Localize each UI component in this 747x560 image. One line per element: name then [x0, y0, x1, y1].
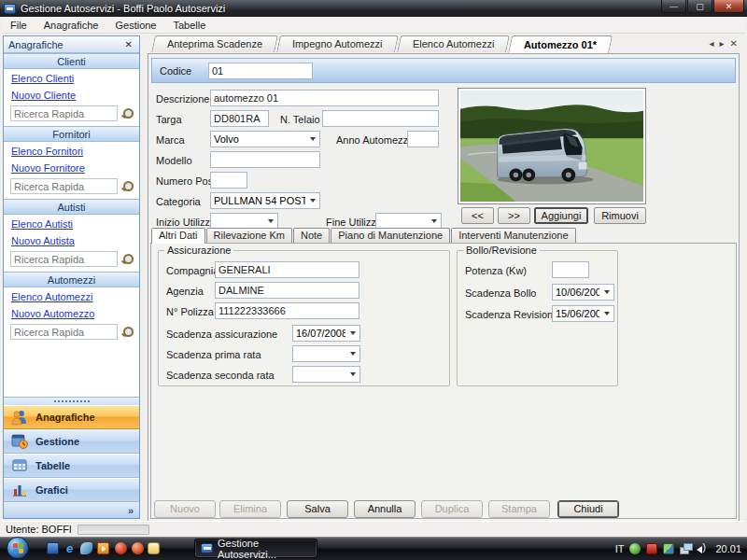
subtab-interventi-manutenzione[interactable]: Interventi Manutenzione	[451, 228, 575, 243]
compagnia-field[interactable]	[215, 261, 359, 278]
messenger-icon[interactable]	[148, 542, 160, 554]
potenza-field[interactable]	[552, 261, 589, 278]
descrizione-field[interactable]	[210, 90, 439, 106]
tab-scroll-right-icon[interactable]: ▸	[720, 38, 725, 49]
media-center-icon[interactable]	[80, 542, 92, 554]
sidebar-nav-gestione[interactable]: Gestione	[4, 429, 139, 454]
categoria-label: Categoria	[156, 196, 201, 207]
scadenza-bollo-combobox[interactable]: 10/06/2008	[552, 284, 614, 301]
antivirus-shield-icon[interactable]	[629, 543, 641, 554]
nuovo-button[interactable]: Nuovo	[154, 500, 216, 518]
close-button[interactable]: ✕	[713, 0, 744, 13]
photo-prev-button[interactable]: <<	[461, 207, 494, 224]
menu-gestione[interactable]: Gestione	[106, 18, 164, 33]
search-clienti-input[interactable]	[10, 105, 118, 121]
language-indicator[interactable]: IT	[615, 543, 625, 554]
link-elenco-fornitori[interactable]: Elenco Fornitori	[4, 142, 139, 159]
photo-next-button[interactable]: >>	[498, 207, 530, 224]
dropdown-arrow-icon[interactable]	[599, 306, 613, 321]
search-fornitori-input[interactable]	[10, 178, 118, 194]
scadenza-revisione-combobox[interactable]: 15/06/2008	[552, 305, 614, 322]
dropdown-arrow-icon[interactable]	[427, 214, 441, 229]
link-elenco-clienti[interactable]: Elenco Clienti	[4, 69, 139, 86]
show-desktop-icon[interactable]	[47, 542, 59, 554]
dropdown-arrow-icon[interactable]	[345, 346, 359, 361]
sidebar-anagrafiche-panel: Anagrafiche ✕ Clienti Elenco Clienti Nuo…	[3, 35, 140, 519]
taskbar-app-button[interactable]: Gestione Autoservizi...	[194, 539, 317, 558]
start-button[interactable]	[7, 537, 29, 559]
quicklaunch-app-icon-1[interactable]	[115, 542, 127, 554]
people-icon	[10, 409, 29, 426]
tab-impegno-automezzi[interactable]: Impegno Automezzi	[276, 35, 398, 52]
scadenza-seconda-rata-combobox[interactable]	[292, 366, 360, 383]
tab-anteprima-scadenze[interactable]: Anteprima Scadenze	[151, 35, 278, 52]
tab-automezzo-01[interactable]: Automezzo 01*	[508, 35, 613, 54]
menu-anagrafiche[interactable]: Anagrafiche	[35, 18, 107, 33]
sidebar-nav-tabelle[interactable]: Tabelle	[4, 454, 139, 478]
polizza-field[interactable]	[215, 302, 359, 319]
stampa-button[interactable]: Stampa	[488, 500, 550, 518]
search-automezzi-input[interactable]	[10, 324, 118, 340]
dropdown-arrow-icon[interactable]	[305, 193, 319, 208]
posti-field[interactable]	[210, 172, 247, 189]
duplica-button[interactable]: Duplica	[421, 500, 483, 518]
photo-add-button[interactable]: Aggiungi	[534, 207, 588, 224]
link-elenco-autisti[interactable]: Elenco Autisti	[4, 215, 139, 231]
dropdown-arrow-icon[interactable]	[305, 132, 319, 147]
sidebar-nav-anagrafiche[interactable]: Anagrafiche	[4, 405, 139, 429]
tab-elenco-automezzi[interactable]: Elenco Automezzi	[397, 35, 510, 52]
link-nuovo-cliente[interactable]: Nuovo Cliente	[4, 86, 139, 103]
agenzia-field[interactable]	[215, 282, 359, 299]
menu-file[interactable]: File	[2, 18, 35, 33]
tab-close-icon[interactable]: ✕	[730, 38, 738, 49]
sidebar-nav-grafici[interactable]: Grafici	[4, 478, 139, 502]
elimina-button[interactable]: Elimina	[219, 500, 281, 518]
dropdown-arrow-icon[interactable]	[345, 367, 359, 382]
internet-explorer-icon[interactable]: e	[63, 542, 76, 554]
subtab-altri-dati[interactable]: Altri Dati	[151, 228, 205, 244]
scadenza-prima-rata-combobox[interactable]	[292, 345, 360, 362]
updates-icon[interactable]	[663, 543, 674, 554]
sidebar-gripper[interactable]	[4, 398, 139, 405]
quicklaunch-app-icon-2[interactable]	[132, 542, 144, 554]
link-nuovo-autista[interactable]: Nuovo Autista	[4, 231, 139, 248]
subtab-note[interactable]: Note	[293, 228, 330, 243]
subtab-piano-manutenzione[interactable]: Piano di Manutenzione	[331, 228, 450, 243]
link-elenco-automezzi[interactable]: Elenco Automezzi	[4, 287, 139, 304]
search-icon[interactable]	[121, 326, 134, 338]
photo-remove-button[interactable]: Rimuovi	[594, 207, 646, 224]
chiudi-button[interactable]: Chiudi	[557, 500, 619, 518]
network-icon[interactable]	[680, 543, 691, 554]
link-nuovo-automezzo[interactable]: Nuovo Automezzo	[4, 304, 139, 321]
codice-field[interactable]	[208, 63, 313, 79]
link-nuovo-fornitore[interactable]: Nuovo Fornitore	[4, 159, 139, 175]
sidebar-overflow-chevron[interactable]: »	[4, 502, 139, 518]
annulla-button[interactable]: Annulla	[354, 500, 416, 518]
search-icon[interactable]	[121, 253, 134, 265]
dropdown-arrow-icon[interactable]	[345, 326, 359, 341]
telaio-field[interactable]	[322, 110, 439, 127]
categoria-combobox[interactable]: PULLMAN 54 POSTI	[210, 192, 320, 209]
tab-scroll-left-icon[interactable]: ◂	[710, 38, 714, 49]
dropdown-arrow-icon[interactable]	[599, 285, 613, 300]
targa-field[interactable]	[210, 110, 269, 127]
maximize-button[interactable]: ▢	[687, 0, 712, 13]
document-tab-strip: Anteprima Scadenze Impegno Automezzi Ele…	[148, 35, 741, 54]
search-icon[interactable]	[121, 107, 134, 119]
volume-icon[interactable]	[697, 543, 708, 554]
subtab-rilevazione-km[interactable]: Rilevazione Km	[206, 228, 292, 243]
marca-combobox[interactable]: Volvo	[210, 131, 320, 147]
search-autisti-input[interactable]	[10, 251, 118, 267]
salva-button[interactable]: Salva	[287, 500, 348, 518]
security-alert-icon[interactable]	[646, 543, 657, 554]
sidebar-close-icon[interactable]: ✕	[123, 39, 134, 49]
scadenza-assicurazione-combobox[interactable]: 16/07/2008	[292, 325, 360, 342]
minimize-button[interactable]: —	[661, 0, 686, 13]
modello-field[interactable]	[210, 151, 320, 168]
menu-tabelle[interactable]: Tabelle	[164, 18, 214, 33]
dropdown-arrow-icon[interactable]	[263, 214, 277, 229]
media-player-icon[interactable]	[97, 542, 109, 554]
anno-field[interactable]	[407, 131, 439, 147]
search-icon[interactable]	[121, 180, 134, 192]
clock[interactable]: 20.01	[715, 543, 741, 554]
